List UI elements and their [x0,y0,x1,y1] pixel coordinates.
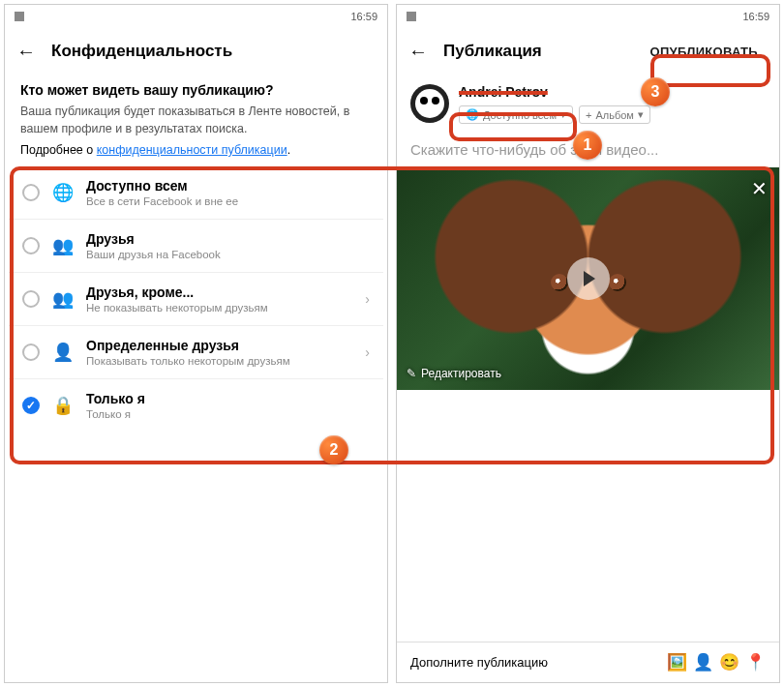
footer-bar: Дополните публикацию 🖼️ 👤 😊 📍 [397,642,779,682]
app-bar: ← Конфиденциальность [5,28,387,75]
privacy-more-link[interactable]: конфиденциальности публикации [97,143,287,157]
friends-icon: 👥 [51,235,75,256]
back-arrow-icon[interactable]: ← [16,41,36,63]
plus-icon: + [586,109,591,121]
emoji-icon[interactable]: 😊 [719,652,739,672]
option-only-me[interactable]: 🔒 Только я Только я [9,379,383,432]
phone-left-privacy: 16:59 ← Конфиденциальность Кто может вид… [4,4,388,683]
option-public[interactable]: 🌐 Доступно всем Все в сети Facebook и вн… [9,166,383,220]
tag-friend-icon[interactable]: 👤 [693,652,713,672]
user-name: Andrei Petrov [459,84,766,100]
play-icon[interactable] [567,257,610,300]
radio-checked-icon [22,397,40,414]
pencil-icon: ✎ [407,367,416,380]
option-title: Определенные друзья [86,338,353,353]
publish-button[interactable]: ОПУБЛИКОВАТЬ [641,39,768,65]
avatar[interactable] [410,84,449,123]
status-icon [15,12,24,21]
caret-down-icon: ▾ [560,108,566,121]
globe-icon: 🌐 [466,108,479,121]
composer-header: Andrei Petrov 🌐 Доступно всем ▾ + Альбом… [397,75,779,134]
chevron-right-icon: › [365,344,370,360]
chevron-right-icon: › [365,291,370,307]
privacy-options: 🌐 Доступно всем Все в сети Facebook и вн… [9,166,383,432]
back-arrow-icon[interactable]: ← [408,41,428,63]
page-title: Публикация [443,42,542,61]
option-subtitle: Все в сети Facebook и вне ее [86,195,370,207]
option-subtitle: Только я [86,408,370,420]
friends-except-icon: 👥 [51,288,75,310]
option-friends[interactable]: 👥 Друзья Ваши друзья на Facebook [9,220,383,273]
radio-icon [22,290,40,308]
page-title: Конфиденциальность [51,42,232,61]
footer-text: Дополните публикацию [410,655,548,670]
album-pill[interactable]: + Альбом ▾ [579,105,650,124]
option-title: Друзья, кроме... [86,284,353,300]
status-bar: 16:59 [5,5,387,28]
privacy-more: Подробнее о конфиденциальности публикаци… [5,143,387,166]
option-title: Только я [86,391,370,406]
compose-prompt[interactable]: Скажите что-нибудь об этом видео... [397,134,779,167]
option-subtitle: Не показывать некоторым друзьям [86,302,353,314]
app-bar: ← Публикация ОПУБЛИКОВАТЬ [397,28,779,75]
option-specific-friends[interactable]: 👤 Определенные друзья Показывать только … [9,326,383,379]
radio-icon [22,184,40,201]
photo-icon[interactable]: 🖼️ [667,652,687,672]
radio-icon [22,344,40,361]
option-title: Друзья [86,231,370,247]
option-title: Доступно всем [86,178,370,194]
privacy-description: Ваша публикация будет показываться в Лен… [5,102,387,143]
person-icon: 👤 [51,342,75,363]
caret-down-icon: ▾ [638,108,644,121]
status-icon [407,12,416,21]
privacy-question: Кто может видеть вашу публикацию? [5,75,387,102]
option-subtitle: Показывать только некоторым друзьям [86,355,353,367]
status-time: 16:59 [742,11,769,22]
status-time: 16:59 [350,11,377,22]
globe-icon: 🌐 [51,182,75,203]
location-icon[interactable]: 📍 [745,652,766,672]
phone-right-compose: 16:59 ← Публикация ОПУБЛИКОВАТЬ Andrei P… [396,4,780,683]
status-bar: 16:59 [397,5,779,28]
audience-pill[interactable]: 🌐 Доступно всем ▾ [459,105,573,124]
lock-icon: 🔒 [51,395,75,416]
video-attachment[interactable]: ✕ ✎ Редактировать [397,167,779,390]
edit-button[interactable]: ✎ Редактировать [407,367,501,380]
close-icon[interactable]: ✕ [751,177,768,200]
radio-icon [22,237,40,254]
option-friends-except[interactable]: 👥 Друзья, кроме... Не показывать некотор… [9,273,383,326]
option-subtitle: Ваши друзья на Facebook [86,249,370,260]
